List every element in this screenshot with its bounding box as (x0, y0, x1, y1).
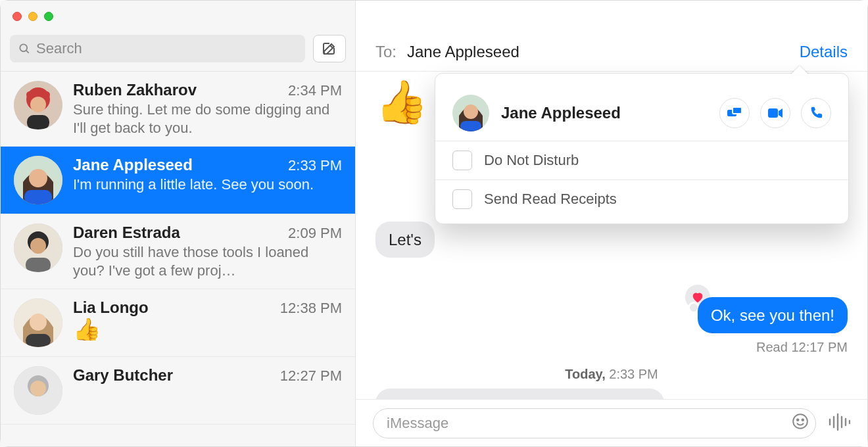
conversation-preview: Sure thing. Let me do some digging and I… (73, 101, 342, 137)
compose-bar: iMessage (356, 399, 867, 446)
svg-point-31 (464, 105, 478, 119)
video-icon (767, 107, 783, 119)
do-not-disturb-row[interactable]: Do Not Disturb (435, 141, 848, 179)
details-popover: Jane Appleseed Do Not Disturb Send Read … (435, 73, 849, 224)
avatar (14, 156, 62, 204)
conversation-time: 2:33 PM (288, 157, 342, 174)
conversation-name: Daren Estrada (73, 224, 180, 242)
conversation-time: 2:34 PM (288, 82, 342, 99)
conversation-item-daren[interactable]: Daren Estrada 2:09 PM Do you still have … (1, 214, 355, 289)
svg-line-1 (26, 50, 29, 53)
screens-icon (727, 106, 742, 120)
avatar (14, 81, 62, 129)
conversation-item-ruben[interactable]: Ruben Zakharov 2:34 PM Sure thing. Let m… (1, 72, 355, 147)
svg-point-13 (30, 238, 46, 254)
conversation-list: Ruben Zakharov 2:34 PM Sure thing. Let m… (1, 72, 355, 446)
compose-button[interactable] (313, 35, 346, 62)
window-close-button[interactable] (12, 12, 22, 21)
conversation-preview: I'm running a little late. See you soon. (73, 176, 342, 194)
conversation-name: Gary Butcher (73, 366, 173, 385)
conversation-name: Lia Longo (73, 298, 149, 317)
conversation-preview: Do you still have those tools I loaned y… (73, 243, 342, 279)
window-zoom-button[interactable] (44, 12, 53, 21)
svg-rect-17 (26, 334, 51, 347)
svg-rect-35 (768, 108, 778, 118)
avatar (452, 95, 489, 131)
read-receipt: Read 12:17 PM (375, 340, 848, 355)
conversation-item-jane[interactable]: Jane Appleseed 2:33 PM I'm running a lit… (1, 147, 355, 214)
audio-call-button[interactable] (801, 98, 831, 128)
conversation-item-gary[interactable]: Gary Butcher 12:27 PM (1, 357, 355, 425)
svg-point-22 (797, 419, 799, 421)
conversation-name: Jane Appleseed (73, 156, 193, 174)
svg-point-21 (793, 414, 808, 429)
emoji-picker-button[interactable] (792, 413, 809, 434)
svg-point-16 (30, 314, 47, 331)
avatar (14, 224, 62, 272)
read-receipts-label: Send Read Receipts (484, 191, 617, 208)
avatar (14, 366, 62, 415)
audio-message-button[interactable] (828, 413, 850, 434)
do-not-disturb-label: Do Not Disturb (484, 152, 579, 169)
read-receipts-row[interactable]: Send Read Receipts (435, 179, 848, 218)
svg-rect-14 (26, 258, 51, 272)
sidebar: Search Ruben Zakharov 2:34 PM Sure thing… (1, 1, 356, 446)
conversation-time: 12:27 PM (280, 367, 342, 385)
waveform-icon (828, 413, 850, 431)
video-call-button[interactable] (760, 98, 790, 128)
message-in: Let's (375, 222, 435, 258)
read-receipts-checkbox[interactable] (452, 189, 472, 209)
conversation-item-lia[interactable]: Lia Longo 12:38 PM 👍 (1, 289, 355, 357)
popover-contact-name: Jane Appleseed (501, 104, 708, 122)
svg-point-6 (30, 97, 46, 112)
svg-rect-34 (733, 107, 742, 114)
svg-point-9 (29, 169, 47, 187)
svg-point-0 (20, 44, 27, 51)
search-placeholder: Search (36, 40, 82, 57)
window-traffic-lights (1, 1, 355, 32)
conversation-time: 2:09 PM (288, 225, 342, 242)
message-out: Ok, see you then! (698, 297, 848, 333)
message-input[interactable]: iMessage (373, 408, 816, 438)
conversation-time: 12:38 PM (280, 300, 342, 317)
compose-icon (322, 41, 337, 57)
conversation-name: Ruben Zakharov (73, 81, 197, 99)
smile-icon (792, 413, 809, 430)
search-input[interactable]: Search (10, 35, 305, 62)
timestamp-divider: Today, 2:33 PM (375, 367, 848, 382)
message-input-placeholder: iMessage (387, 415, 448, 432)
search-icon (18, 42, 31, 55)
svg-rect-10 (24, 190, 52, 204)
avatar (14, 298, 62, 347)
svg-point-20 (30, 381, 46, 396)
to-label: To: (375, 43, 397, 61)
svg-point-23 (802, 419, 804, 421)
svg-rect-32 (460, 121, 481, 131)
svg-rect-7 (27, 115, 49, 129)
message-emoji: 👍 (375, 81, 428, 123)
conversation-preview: 👍 (73, 318, 342, 341)
details-button[interactable]: Details (800, 43, 848, 61)
phone-icon (809, 106, 823, 120)
do-not-disturb-checkbox[interactable] (452, 151, 472, 170)
screen-share-button[interactable] (719, 98, 750, 128)
message-in: I'm running a little late. See you soon. (375, 388, 664, 399)
window-minimize-button[interactable] (28, 12, 37, 21)
to-name: Jane Appleseed (407, 43, 519, 61)
